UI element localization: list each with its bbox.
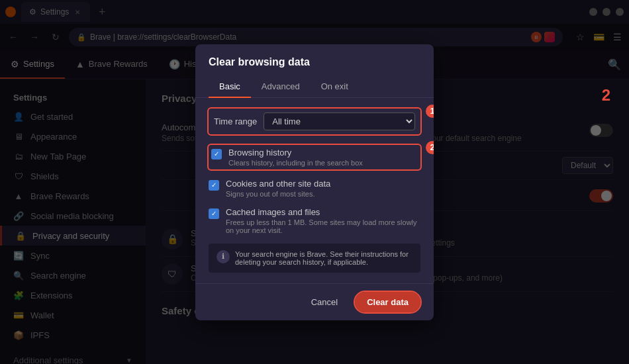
browsing-history-desc: Clears history, including in the search … — [228, 159, 363, 167]
clear-browsing-modal: Clear browsing data Basic Advanced On ex… — [195, 44, 434, 320]
annotation-2-main: 2 — [602, 86, 610, 105]
cached-images-row: ✓ Cached images and files Frees up less … — [209, 207, 420, 234]
modal-tabs: Basic Advanced On exit — [195, 76, 434, 98]
cookies-desc: Signs you out of most sites. — [226, 190, 330, 198]
cached-text: Cached images and files Frees up less th… — [226, 207, 420, 234]
browsing-history-label: Browsing history — [228, 148, 363, 158]
time-range-row: Time range All time Last hour Last 24 ho… — [209, 109, 420, 134]
cancel-button[interactable]: Cancel — [301, 292, 348, 312]
annotation-2b: 2 — [426, 141, 434, 154]
cached-label: Cached images and files — [226, 207, 420, 217]
modal-overlay: Clear browsing data Basic Advanced On ex… — [0, 0, 629, 364]
cookies-checkbox[interactable]: ✓ — [209, 180, 219, 191]
cookies-text: Cookies and other site data Signs you ou… — [226, 179, 330, 198]
tab-advanced[interactable]: Advanced — [251, 76, 311, 98]
info-text: Your search engine is Brave. See their i… — [235, 250, 412, 266]
cookies-label: Cookies and other site data — [226, 179, 330, 189]
info-box: ℹ Your search engine is Brave. See their… — [209, 244, 420, 273]
modal-footer: Cancel Clear data — [195, 283, 434, 320]
tab-on-exit[interactable]: On exit — [311, 76, 359, 98]
cached-images-checkbox[interactable]: ✓ — [209, 208, 219, 219]
modal-title: Clear browsing data — [195, 44, 434, 76]
cached-checkmark-icon: ✓ — [211, 210, 217, 217]
cookies-row: ✓ Cookies and other site data Signs you … — [209, 179, 420, 198]
browsing-history-row: ✓ Browsing history Clears history, inclu… — [209, 145, 420, 169]
cookies-checkmark-icon: ✓ — [211, 181, 217, 189]
checkmark-icon: ✓ — [214, 150, 219, 158]
browsing-history-text: Browsing history Clears history, includi… — [228, 148, 363, 167]
cached-desc: Frees up less than 1 MB. Some sites may … — [226, 218, 420, 234]
tab-basic[interactable]: Basic — [209, 76, 251, 98]
modal-body: Time range All time Last hour Last 24 ho… — [195, 98, 434, 283]
clear-data-button[interactable]: Clear data — [355, 292, 420, 312]
annotation-1: 1 — [426, 105, 434, 118]
browsing-history-checkbox[interactable]: ✓ — [211, 149, 222, 159]
info-icon: ℹ — [217, 250, 230, 263]
time-range-label: Time range — [214, 116, 257, 126]
time-range-select[interactable]: All time Last hour Last 24 hours Last 7 … — [264, 113, 415, 130]
